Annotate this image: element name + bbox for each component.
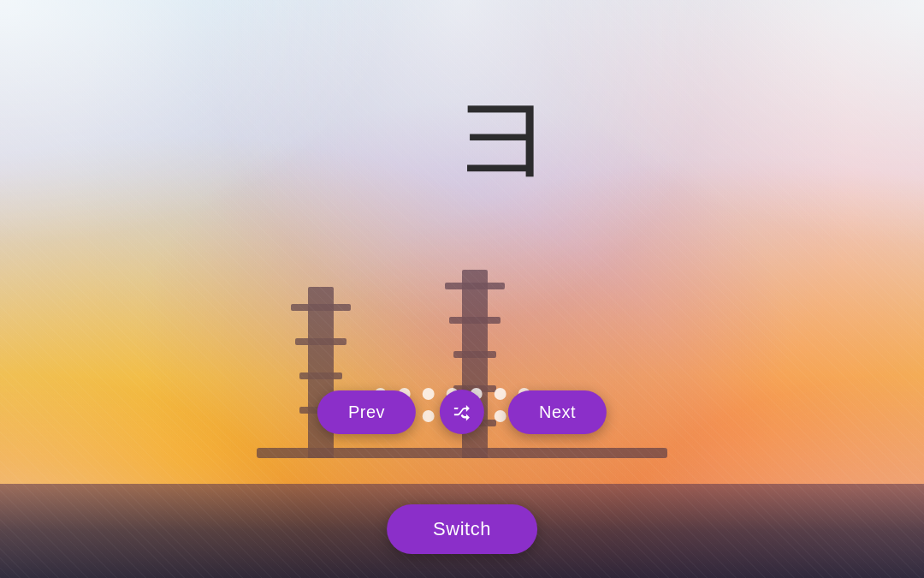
shuffle-button[interactable] bbox=[440, 390, 484, 434]
switch-button[interactable]: Switch bbox=[387, 504, 537, 554]
prev-button[interactable]: Prev bbox=[317, 390, 416, 434]
main-character: ヨ bbox=[452, 86, 557, 188]
bridge-deck bbox=[257, 448, 667, 458]
shuffle-icon bbox=[452, 402, 472, 422]
next-button[interactable]: Next bbox=[508, 390, 607, 434]
bridge-illustration bbox=[205, 253, 719, 492]
